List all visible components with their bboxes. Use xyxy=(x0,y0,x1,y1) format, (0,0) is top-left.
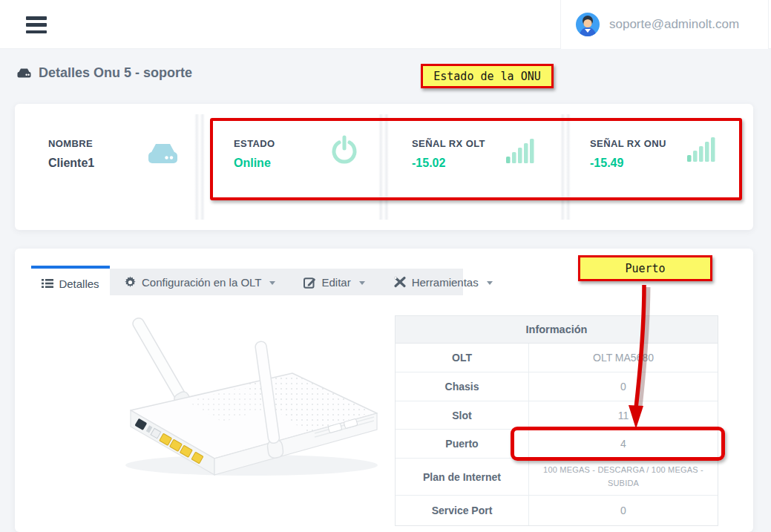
annotation-estado-label: Estado de la ONU xyxy=(421,64,554,88)
user-email: soporte@adminolt.com xyxy=(609,17,739,32)
status-field-estado: ESTADO Online xyxy=(234,138,275,170)
top-navbar: soporte@adminolt.com xyxy=(0,0,771,49)
divider xyxy=(560,114,571,220)
row-label: Service Port xyxy=(396,496,529,525)
information-table: Información OLT OLT MA5680 Chasis 0 Slot… xyxy=(395,315,718,526)
field-label: NOMBRE xyxy=(48,138,94,149)
tab-label: Editar xyxy=(321,276,350,289)
row-label: Chasis xyxy=(396,372,529,401)
tools-icon xyxy=(393,276,407,288)
edit-icon xyxy=(304,276,316,289)
tab-row: Configuración en la OLT Editar Herr xyxy=(110,269,507,295)
chevron-down-icon xyxy=(359,281,365,285)
hamburger-menu-icon[interactable] xyxy=(26,16,47,33)
status-field-rx-olt: SEÑAL RX OLT -15.02 xyxy=(412,138,485,170)
tab-herramientas[interactable]: Herramientas xyxy=(379,269,507,295)
row-value: 11 xyxy=(529,401,718,429)
row-value: 0 xyxy=(529,496,718,525)
user-menu[interactable]: soporte@adminolt.com xyxy=(560,0,769,49)
tab-detalles[interactable]: Detalles xyxy=(31,266,110,298)
field-value: Online xyxy=(234,157,275,170)
divider xyxy=(378,114,389,220)
row-value: 0 xyxy=(529,372,718,401)
field-label: SEÑAL RX OLT xyxy=(412,138,485,149)
row-label: Plan de Internet xyxy=(396,459,529,495)
row-label: Slot xyxy=(396,401,529,429)
table-row: Plan de Internet 100 MEGAS - DESCARGA / … xyxy=(396,459,718,496)
page-title-bar: Detalles Onu 5 - soporte xyxy=(0,50,771,96)
table-row: Slot 11 xyxy=(396,401,718,430)
signal-bars-icon xyxy=(506,138,536,166)
page-title: Detalles Onu 5 - soporte xyxy=(39,65,192,81)
avatar xyxy=(576,13,600,36)
row-value: OLT MA5680 xyxy=(529,344,718,372)
chevron-down-icon xyxy=(269,281,275,285)
tab-label: Configuración en la OLT xyxy=(142,276,261,289)
status-field-rx-onu: SEÑAL RX ONU -15.49 xyxy=(590,138,666,170)
table-row: OLT OLT MA5680 xyxy=(396,344,718,372)
tab-label: Herramientas xyxy=(412,276,479,289)
field-value: Cliente1 xyxy=(48,157,94,170)
table-title: Información xyxy=(396,316,718,344)
table-row: Service Port 0 xyxy=(396,496,718,525)
row-value: 100 MEGAS - DESCARGA / 100 MEGAS - SUBID… xyxy=(529,459,718,495)
tab-label: Detalles xyxy=(59,278,99,290)
onu-details-card: Detalles Configuración en la OLT Editar xyxy=(15,249,753,532)
row-value: 4 xyxy=(529,430,718,458)
client-device-icon xyxy=(145,139,180,169)
row-label: OLT xyxy=(396,344,529,372)
divider xyxy=(194,114,205,220)
annotation-puerto-label: Puerto xyxy=(578,255,712,281)
table-row: Chasis 0 xyxy=(396,372,718,401)
field-label: ESTADO xyxy=(234,138,275,149)
onu-router-image xyxy=(92,314,381,484)
hdd-icon xyxy=(16,67,32,79)
power-icon xyxy=(329,135,359,168)
row-label: Puerto xyxy=(396,430,529,458)
list-icon xyxy=(42,278,53,289)
tab-configuracion-olt[interactable]: Configuración en la OLT xyxy=(110,269,289,295)
field-value: -15.02 xyxy=(412,157,485,170)
gear-icon xyxy=(124,276,137,289)
chevron-down-icon xyxy=(487,281,493,285)
onu-status-card: NOMBRE Cliente1 ESTADO Online SEÑAL RX O… xyxy=(15,104,753,230)
signal-bars-icon xyxy=(687,137,717,165)
table-row-puerto: Puerto 4 xyxy=(396,430,718,459)
field-label: SEÑAL RX ONU xyxy=(590,138,666,149)
tab-editar[interactable]: Editar xyxy=(289,269,378,295)
status-field-nombre: NOMBRE Cliente1 xyxy=(48,138,94,170)
field-value: -15.49 xyxy=(590,157,666,170)
